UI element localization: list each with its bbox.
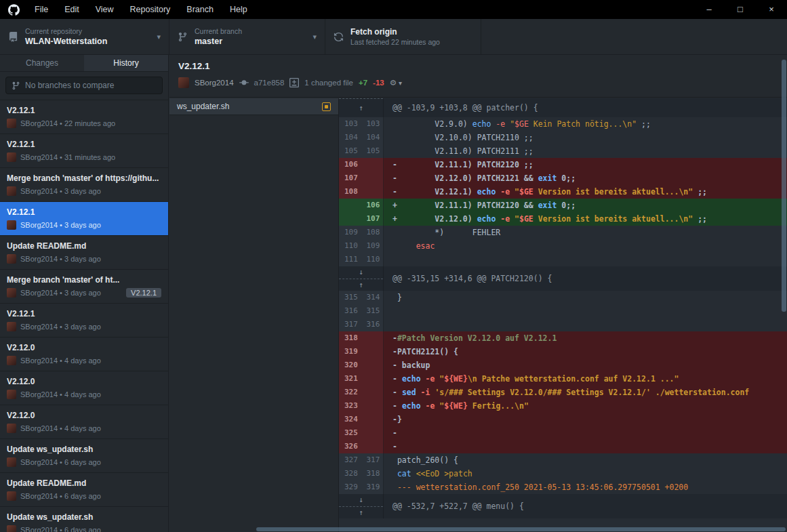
expand-down-button[interactable]: ↓ [339,494,383,507]
menu-file[interactable]: File [26,0,56,19]
diff-line: 106- V2.11.1) PATCH2120 ;; [339,158,787,171]
line-gutter: 106 [339,199,384,212]
commit-list-item[interactable]: V2.12.1SBorg2014 • 3 days ago [0,304,168,337]
new-line-number: 108 [361,226,384,239]
commit-list-item[interactable]: V2.12.1SBorg2014 • 31 minutes ago [0,134,168,168]
tab-history[interactable]: History [84,55,168,71]
diff-line: 104104 V2.10.0) PATCH2110 ;; [339,131,787,144]
old-line-number: 320 [339,359,361,372]
code-segment: V2.12.0) [397,214,477,224]
diff-code [384,253,787,266]
commit-list-item[interactable]: Merge branch 'master' of https://githu..… [0,168,168,202]
diff-line: 322- sed -i 's/### Settings V2.12.0/### … [339,386,787,399]
commit-list-item[interactable]: Update README.mdSBorg2014 • 6 days ago [0,473,168,507]
commit-list-item[interactable]: Update ws_updater.shSBorg2014 • 6 days a… [0,439,168,473]
menu-help[interactable]: Help [222,0,256,19]
diff-marker [392,241,397,251]
commit-meta: SBorg2014 • 6 days ago [7,491,161,501]
expand-up-button[interactable]: ↑ [339,98,383,117]
code-segment: -e [500,214,510,224]
new-line-number [361,372,384,386]
commit-meta: SBorg2014 • 3 days ago [7,254,161,264]
commit-list-item[interactable]: V2.12.0SBorg2014 • 4 days ago [0,337,168,371]
old-line-number: 107 [339,171,361,185]
file-row[interactable]: ws_updater.sh [169,98,338,115]
diff-marker: + [392,214,397,224]
old-line-number: 319 [339,345,361,359]
diff-line: 318-#Patch Version V2.12.0 auf V2.12.1 [339,331,787,345]
code-segment: \n Patche wetterstation.conf auf V2.12.1… [468,374,679,384]
horizontal-scrollbar[interactable] [256,527,786,531]
chevron-down-icon: ▾ [306,33,317,41]
commit-list-item[interactable]: V2.12.0SBorg2014 • 4 days ago [0,405,168,439]
maximize-button[interactable]: □ [725,0,756,19]
line-gutter: 324 [339,413,384,426]
diff-marker: - [392,388,397,397]
code-segment: " [514,214,519,224]
commit-title: Merge branch 'master' of ht... [7,275,161,285]
new-line-number [361,426,384,440]
commit-icon [239,78,249,87]
old-line-number [339,212,361,226]
old-line-number: 316 [339,304,361,318]
diff-code: *) FEHLER [384,226,787,239]
commit-list-item[interactable]: V2.12.1SBorg2014 • 3 days ago [0,202,168,236]
commit-list-item[interactable]: V2.12.1SBorg2014 • 22 minutes ago [0,100,168,134]
commit-list-item[interactable]: Update ws_updater.shSBorg2014 • 6 days a… [0,507,168,532]
toolbar: Current repository WLAN-Wetterstation ▾ … [0,19,787,55]
avatar [7,220,16,230]
commit-list-item[interactable]: Merge branch 'master' of ht...SBorg2014 … [0,270,168,304]
commit-title: Update README.md [7,241,161,251]
commit-hash[interactable]: a71e858 [254,79,285,87]
new-line-number [361,158,384,171]
commit-meta-text: SBorg2014 • 4 days ago [20,424,101,432]
minimize-button[interactable]: – [693,0,725,19]
diff-view: ↑@@ -103,9 +103,8 @@ patcher() {103103 V… [339,98,787,532]
old-line-number: 109 [339,226,361,239]
close-button[interactable]: × [756,0,787,19]
menu-branch[interactable]: Branch [178,0,222,19]
branch-selector[interactable]: Current branch master ▾ [169,19,325,54]
line-gutter: 315314 [339,291,384,304]
commit-meta-text: SBorg2014 • 6 days ago [20,492,101,500]
hunk-header-text: @@ -315,15 +314,6 @@ PATCH2120() { [384,266,787,291]
menu-repository[interactable]: Repository [122,0,179,19]
commit-meta: SBorg2014 • 4 days ago [7,356,161,365]
commit-content: ws_updater.sh ↑@@ -103,9 +103,8 @@ patch… [169,98,787,532]
branch-filter-input[interactable]: No branches to compare [5,77,163,94]
fetch-origin-button[interactable]: Fetch origin Last fetched 22 minutes ago [325,19,481,54]
old-line-number: 317 [339,318,361,331]
expand-down-button[interactable]: ↓ [339,266,383,279]
diff-code [384,318,787,331]
commit-meta-text: SBorg2014 • 3 days ago [20,255,101,263]
diff-line: 326- [339,440,787,453]
repo-selector[interactable]: Current repository WLAN-Wetterstation ▾ [0,19,169,54]
avatar [7,186,16,196]
diff-marker: - [392,374,397,384]
new-line-number: 105 [361,144,384,158]
hunk-expander: ↓↑ [339,266,384,291]
expand-up-button[interactable]: ↑ [339,507,383,519]
commit-list-item[interactable]: Update README.mdSBorg2014 • 3 days ago [0,236,168,270]
hunk-expander: ↑ [339,98,384,117]
diff-options-button[interactable]: ⚙▾ [390,78,402,87]
menu-view[interactable]: View [87,0,122,19]
new-line-number [361,331,384,345]
commit-title: Update ws_updater.sh [7,445,161,454]
old-line-number: 327 [339,453,361,467]
old-line-number: 111 [339,253,361,266]
branch-selector-value: master [195,37,242,46]
expand-up-button[interactable]: ↑ [339,279,383,291]
hunk-expander: ↓↑ [339,494,384,518]
tab-changes[interactable]: Changes [0,55,84,71]
line-gutter: 110109 [339,239,384,253]
diff-code: - echo -e "${WE}\n Patche wetterstation.… [384,372,787,386]
commit-list-item[interactable]: V2.12.0SBorg2014 • 4 days ago [0,371,168,405]
commit-meta: SBorg2014 • 4 days ago [7,424,161,433]
vertical-scrollbar[interactable] [782,60,786,312]
diff-line: 105105 V2.11.0) PATCH2111 ;; [339,144,787,158]
menu-edit[interactable]: Edit [56,0,87,19]
line-gutter: 316315 [339,304,384,318]
diff-code: -} [384,413,787,426]
avatar [7,424,16,433]
